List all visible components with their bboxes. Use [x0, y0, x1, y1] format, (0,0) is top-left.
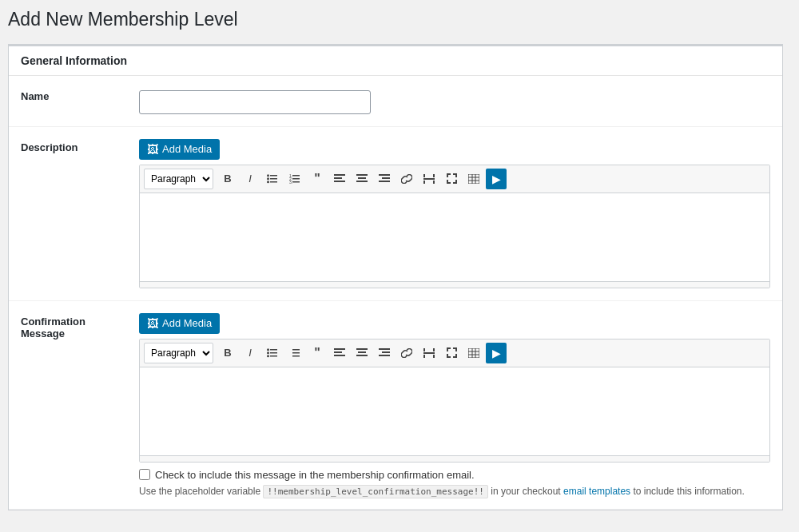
description-ol-button[interactable]: 1.2.3. [284, 169, 305, 189]
email-templates-link[interactable]: email templates [563, 486, 630, 497]
confirmation-toolbar: Paragraph B I " [140, 339, 769, 367]
svg-text:3.: 3. [289, 180, 292, 184]
svg-rect-19 [382, 177, 390, 179]
svg-rect-0 [270, 175, 277, 177]
svg-rect-54 [468, 348, 479, 358]
svg-rect-37 [292, 349, 300, 351]
svg-rect-49 [423, 352, 435, 354]
svg-rect-23 [423, 181, 425, 184]
form-table: Name Description 🖼 Add Media P [9, 76, 782, 510]
svg-rect-18 [379, 174, 390, 176]
description-format-select[interactable]: Paragraph [144, 169, 213, 189]
svg-rect-42 [334, 355, 345, 356]
confirmation-align-left-button[interactable] [329, 343, 350, 363]
confirmation-align-right-button[interactable] [374, 343, 395, 363]
svg-rect-45 [356, 355, 368, 356]
description-blockquote-button[interactable]: " [307, 169, 328, 189]
svg-rect-25 [433, 181, 435, 184]
confirmation-email-checkbox[interactable] [139, 469, 150, 480]
name-input[interactable] [139, 90, 371, 114]
svg-rect-50 [423, 348, 425, 351]
confirmation-add-media-button[interactable]: 🖼 Add Media [139, 313, 220, 334]
svg-rect-21 [423, 178, 435, 180]
hint-code: !!membership_level_confirmation_message!… [263, 485, 488, 498]
confirmation-ol-button[interactable] [284, 343, 305, 363]
svg-rect-44 [358, 351, 366, 353]
description-row: Description 🖼 Add Media Paragraph B I [9, 126, 782, 300]
hint-text: Use the placeholder variable !!membershi… [139, 486, 770, 497]
confirmation-add-media-label: Add Media [162, 317, 212, 329]
svg-rect-17 [356, 181, 368, 182]
svg-rect-14 [334, 181, 345, 182]
confirmation-message-row: Confirmation Message 🖼 Add Media Paragra… [9, 300, 782, 509]
confirmation-align-center-button[interactable] [352, 343, 372, 363]
general-info-card: General Information Name Description 🖼 A… [8, 44, 783, 510]
svg-rect-43 [356, 348, 368, 350]
confirmation-italic-button[interactable]: I [240, 343, 260, 363]
svg-rect-16 [358, 177, 366, 179]
svg-rect-48 [379, 355, 390, 356]
name-field-cell [135, 76, 782, 127]
svg-rect-46 [379, 348, 390, 350]
svg-rect-39 [292, 355, 300, 357]
description-bold-button[interactable]: B [217, 169, 238, 189]
svg-rect-32 [270, 352, 277, 354]
description-field-cell: 🖼 Add Media Paragraph B I [135, 126, 782, 300]
name-label: Name [9, 76, 135, 127]
hint-prefix: Use the placeholder variable [139, 486, 260, 497]
hint-middle: in your checkout [491, 486, 563, 497]
description-fullscreen-button[interactable] [441, 169, 462, 189]
confirmation-editor-body[interactable] [140, 367, 769, 455]
description-more-button[interactable]: ▶ [486, 169, 507, 189]
confirmation-link-button[interactable] [396, 343, 417, 363]
svg-rect-12 [334, 174, 345, 176]
confirmation-email-checkbox-label[interactable]: Check to include this message in the mem… [155, 469, 475, 481]
description-toolbar: Paragraph B I 1.2.3. " [140, 165, 769, 193]
description-align-center-button[interactable] [352, 169, 372, 189]
svg-rect-2 [270, 181, 277, 183]
description-add-media-label: Add Media [162, 143, 212, 155]
svg-point-5 [267, 181, 269, 183]
svg-rect-41 [334, 351, 342, 353]
description-label: Description [9, 126, 135, 300]
add-media-icon: 🖼 [147, 143, 158, 156]
svg-rect-40 [334, 348, 345, 350]
svg-rect-6 [292, 175, 300, 177]
description-table-button[interactable] [463, 169, 484, 189]
svg-rect-53 [433, 355, 435, 358]
description-link-button[interactable] [396, 169, 417, 189]
description-align-left-button[interactable] [329, 169, 350, 189]
svg-rect-26 [468, 174, 479, 184]
description-align-right-button[interactable] [374, 169, 395, 189]
confirmation-ul-button[interactable] [262, 343, 283, 363]
description-add-media-button[interactable]: 🖼 Add Media [139, 139, 220, 160]
description-hr-button[interactable] [419, 169, 439, 189]
confirmation-table-button[interactable] [463, 343, 484, 363]
description-ul-button[interactable] [262, 169, 283, 189]
card-header: General Information [9, 46, 782, 76]
description-italic-button[interactable]: I [240, 169, 260, 189]
description-editor: Paragraph B I 1.2.3. " [139, 165, 770, 288]
name-row: Name [9, 76, 782, 127]
confirmation-message-field-cell: 🖼 Add Media Paragraph B I [135, 300, 782, 509]
svg-rect-7 [292, 178, 300, 180]
svg-point-36 [267, 355, 269, 357]
confirmation-hr-button[interactable] [419, 343, 439, 363]
description-editor-footer [140, 281, 769, 288]
svg-rect-20 [379, 181, 390, 182]
description-editor-body[interactable] [140, 193, 769, 281]
confirmation-more-button[interactable]: ▶ [486, 343, 507, 363]
confirmation-blockquote-button[interactable]: " [307, 343, 328, 363]
confirmation-add-media-icon: 🖼 [147, 317, 158, 330]
svg-rect-52 [433, 348, 435, 351]
confirmation-editor-footer [140, 455, 769, 462]
confirmation-email-checkbox-row: Check to include this message in the mem… [139, 463, 770, 484]
confirmation-bold-button[interactable]: B [217, 343, 238, 363]
svg-rect-51 [423, 355, 425, 358]
confirmation-message-label: Confirmation Message [9, 300, 135, 509]
confirmation-format-select[interactable]: Paragraph [144, 343, 213, 363]
svg-point-3 [267, 174, 269, 177]
confirmation-fullscreen-button[interactable] [441, 343, 462, 363]
svg-rect-33 [270, 355, 277, 357]
svg-point-4 [267, 177, 269, 180]
